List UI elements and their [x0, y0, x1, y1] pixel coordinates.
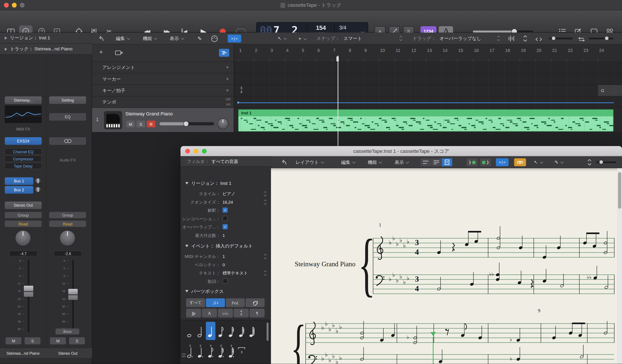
track-name[interactable]: Steinway Grand Piano — [125, 111, 173, 117]
eq-thumbnail[interactable] — [5, 105, 42, 123]
palette-note-tuplet[interactable]: 3 — [237, 342, 246, 361]
ruler-bar-number[interactable]: 9 — [364, 48, 367, 53]
primary-tool-menu[interactable]: ↖ — [278, 36, 286, 41]
eighth-rest[interactable] — [445, 328, 449, 338]
vertical-zoom-slider[interactable] — [549, 38, 573, 39]
drag-stepper-icon[interactable] — [498, 36, 500, 40]
global-track-arrangement-lane[interactable] — [234, 62, 622, 73]
page-view-button[interactable] — [442, 158, 452, 166]
menu-edit[interactable]: 編集 — [116, 36, 130, 42]
ruler-bar-number[interactable]: 24 — [599, 48, 604, 53]
ruler-bar-number[interactable]: 22 — [568, 48, 572, 53]
waveform-zoom-button[interactable] — [508, 35, 515, 43]
quarter-rest[interactable] — [530, 279, 534, 290]
catch-content-button[interactable]: >|< — [496, 158, 508, 166]
automation-mode-button[interactable]: Read — [49, 221, 86, 227]
track-mute-button[interactable]: M — [126, 121, 135, 127]
color-in-button[interactable]: ❯ — [466, 158, 478, 166]
ruler-bar-number[interactable]: 23 — [583, 48, 588, 53]
palette-note-sixteenth3[interactable]: 3 — [216, 342, 226, 361]
ruler-bar-number[interactable]: 3 — [271, 48, 273, 53]
disclosure-icon[interactable] — [5, 47, 7, 51]
palette-scrollbar[interactable] — [267, 323, 269, 341]
send-knob[interactable] — [35, 178, 41, 184]
strip-name[interactable]: Steinwa...nd Piano — [1, 348, 44, 358]
disclosure-icon[interactable] — [5, 36, 7, 39]
track-pan-knob[interactable] — [217, 118, 229, 129]
ruler-bar-number[interactable]: 19 — [521, 48, 525, 53]
palette-note-quarter[interactable] — [206, 322, 215, 340]
ruler-bar-number[interactable]: 10 — [380, 48, 385, 53]
partbox-tab-notes[interactable]: ♫3 — [206, 298, 225, 307]
link-button[interactable] — [514, 158, 526, 166]
partbox-tab-all[interactable]: すべて — [186, 298, 205, 307]
menu-edit[interactable]: 編集 — [341, 159, 355, 166]
partbox-tab-pedal[interactable]: Ped. — [226, 298, 245, 307]
score-scrollbar-thumb[interactable] — [618, 172, 621, 209]
ruler-bar-number[interactable]: 16 — [474, 48, 479, 53]
ruler-bar-number[interactable]: 20 — [537, 48, 541, 53]
partbox-timesig-button[interactable]: 4 4 — [234, 309, 249, 317]
ruler-bar-number[interactable]: 12 — [411, 48, 416, 53]
region-section-header[interactable]: リージョン： Inst 1 — [185, 179, 232, 187]
region-param-stepper-icon[interactable] — [264, 192, 266, 196]
menu-functions[interactable]: 機能 — [368, 159, 382, 166]
score-scrollbar[interactable] — [617, 168, 622, 364]
filter-row[interactable]: フィルタ： すべての音源 — [180, 157, 271, 167]
group-slot-button[interactable]: Group — [5, 212, 42, 218]
ruler-bar-number[interactable]: 2 — [255, 48, 257, 53]
disclosure-icon[interactable] — [185, 290, 189, 292]
event-param-value[interactable]: 標準テキスト — [223, 271, 248, 276]
send-slot-button[interactable]: Bus 1 — [5, 177, 33, 185]
strip-setting-button[interactable]: Steinway... — [5, 96, 42, 104]
drag-popup[interactable]: オーバーラップなし — [440, 36, 481, 42]
pencil-icon[interactable]: ✎ — [197, 36, 202, 42]
palette-note-quarter3[interactable]: 3 — [195, 342, 205, 361]
color-out-button[interactable]: ❯ — [480, 158, 491, 166]
pan-knob[interactable] — [15, 230, 31, 246]
add-arrangement-button[interactable]: + — [226, 64, 229, 70]
vertical-zoom-button[interactable] — [587, 159, 592, 167]
region-param-value[interactable]: 1 — [223, 233, 225, 238]
global-track-signature-header[interactable]: キー／拍子 + — [92, 85, 234, 96]
bar-ruler[interactable]: 123456789101112131415161718192021222324 — [234, 44, 622, 62]
group-slot-button[interactable]: Group — [49, 212, 86, 218]
partbox-accidental-button[interactable]: ♭♭♭ — [218, 309, 233, 317]
eq-slot-button[interactable]: EQ — [49, 113, 86, 121]
volume-value[interactable]: -4.7 — [10, 251, 37, 256]
event-param-checkbox[interactable] — [223, 279, 228, 284]
region-param-value[interactable]: 16,24 — [223, 199, 233, 204]
event-param-value[interactable]: 1 — [223, 254, 225, 259]
master-volume-slider[interactable] — [473, 31, 533, 32]
score-window-titlebar[interactable]: cassetteTape:Inst 1 - cassetteTape - スコア — [180, 146, 622, 156]
audio-fx-slot[interactable]: Channel EQ — [5, 148, 42, 154]
global-track-tempo-lane[interactable] — [234, 96, 622, 108]
global-track-arrangement-header[interactable]: アレンジメント + — [92, 62, 234, 73]
fader-handle[interactable] — [23, 285, 34, 297]
volume-fader[interactable]: 60612182430364860 — [3, 260, 43, 335]
ruler-bar-number[interactable]: 14 — [443, 48, 447, 53]
volume-value[interactable]: -2.6 — [54, 251, 82, 256]
menu-view[interactable]: 表示 — [395, 159, 408, 166]
palette-note-half3[interactable]: 3 — [185, 342, 195, 361]
track-icon[interactable] — [104, 111, 122, 129]
secondary-tool-menu[interactable]: + — [298, 36, 306, 42]
menu-functions[interactable]: 機能 — [143, 36, 157, 42]
audio-fx-slot[interactable]: Compressor — [5, 156, 42, 162]
region-param-stepper-icon[interactable] — [264, 200, 266, 204]
global-track-marker-header[interactable]: マーカー + — [92, 74, 234, 85]
score-page[interactable]: Steinway Grand Piano {1♭♭♭♭♭♭34♭♭♭♭♭♭34♭… — [271, 168, 617, 364]
region-param-value[interactable]: ピアノ — [223, 191, 235, 197]
global-track-tempo-header[interactable]: テンポ 180 140 — [92, 96, 234, 108]
horizontal-zoom-button[interactable] — [536, 36, 542, 43]
ruler-bar-number[interactable]: 1 — [239, 48, 242, 53]
palette-note-sixtyfourth[interactable] — [247, 322, 257, 340]
region-param-checkbox[interactable]: ✓ — [223, 208, 228, 213]
automation-mode-button[interactable]: Read — [5, 221, 42, 227]
send-slot-button[interactable]: Bus 2 — [5, 186, 33, 194]
ruler-bar-number[interactable]: 15 — [458, 48, 463, 53]
disclosure-icon[interactable] — [185, 245, 189, 247]
vertical-zoom-button[interactable] — [523, 35, 527, 43]
disclosure-icon[interactable] — [185, 182, 189, 184]
strip-name[interactable]: Stereo Out — [47, 348, 89, 358]
